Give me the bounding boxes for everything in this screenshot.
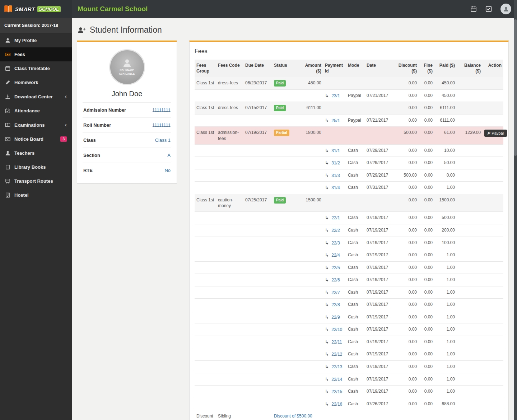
- cell-fees-group: [195, 224, 216, 237]
- cell-discount: 0.00: [393, 261, 419, 274]
- cell-due-date: 07/25/2017: [243, 194, 272, 212]
- paypal-pay-button[interactable]: PPaypal: [484, 130, 507, 137]
- payment-id-link[interactable]: 22/4: [331, 253, 340, 258]
- cell-status: [272, 323, 297, 336]
- cell-paid: 1.00: [434, 286, 457, 299]
- no-image-label: NO IMAGE AVAILABLE: [117, 69, 138, 76]
- cell-date: 07/26/2017: [365, 398, 393, 410]
- cell-fees-code: admission-fees: [216, 127, 243, 144]
- payment-id-link[interactable]: 31/4: [331, 185, 340, 190]
- payment-id-link[interactable]: 22/15: [331, 389, 342, 394]
- payment-id-link[interactable]: 22/16: [331, 402, 342, 407]
- cell-fine: 0.00: [419, 299, 434, 311]
- cell-due-date: 06/23/2017: [243, 77, 272, 90]
- app-logo[interactable]: SMART SCHOOL: [0, 0, 72, 18]
- payment-id-link[interactable]: 22/9: [331, 315, 340, 320]
- sidebar-item-hostel[interactable]: Hostel: [0, 188, 72, 202]
- tasks-icon[interactable]: [485, 6, 492, 12]
- cell-status: [272, 398, 297, 410]
- cell-mode: Cash: [346, 169, 365, 182]
- main-content: Student Information NO IMAGE AVAILABLE J…: [72, 18, 514, 420]
- cell-fees-group: Class 1st: [195, 194, 216, 212]
- payment-id-link[interactable]: 22/13: [331, 364, 342, 369]
- cell-fees-code: dress-fees: [216, 77, 243, 90]
- sub-payment-arrow-icon: ↳: [325, 389, 329, 394]
- cell-payment-id: ↳ 31/4: [323, 182, 346, 194]
- cell-due-date: [243, 348, 272, 361]
- cell-mode: Cash: [346, 144, 365, 157]
- sidebar-item-label: Notice Board: [14, 136, 43, 142]
- homework-icon: [5, 80, 10, 85]
- sidebar-item-my-profile[interactable]: My Profile: [0, 33, 72, 47]
- cell-date: 07/19/2017: [365, 274, 393, 286]
- sidebar-item-class-timetable[interactable]: Class Timetable: [0, 61, 72, 75]
- user-avatar[interactable]: [500, 4, 511, 14]
- payment-id-link[interactable]: 22/2: [331, 228, 340, 233]
- sidebar-item-download-center[interactable]: Download Center‹: [0, 89, 72, 104]
- cell-fine: 0.00: [419, 224, 434, 237]
- payment-id-link[interactable]: 31/2: [331, 160, 340, 165]
- page-scrollbar[interactable]: [514, 0, 517, 420]
- sidebar-item-notice-board[interactable]: Notice Board3: [0, 132, 72, 146]
- payment-id-link[interactable]: 22/12: [331, 352, 342, 357]
- payment-id-link[interactable]: 22/11: [331, 340, 342, 345]
- student-field-section: SectionA: [83, 148, 171, 163]
- payment-id-link[interactable]: 22/1: [331, 215, 340, 220]
- sidebar-item-library-books[interactable]: Library Books: [0, 160, 72, 174]
- cell-discount: 0.00: [393, 336, 419, 348]
- cell-paid: 1500.00: [434, 194, 457, 212]
- sub-payment-arrow-icon: ↳: [325, 240, 329, 246]
- cell-due-date: [243, 157, 272, 169]
- cell-balance: [457, 261, 483, 274]
- cell-payment-id: ↳ 22/8: [323, 299, 346, 311]
- content-row: NO IMAGE AVAILABLE John Doe Admission Nu…: [72, 41, 514, 420]
- cell-status: [272, 114, 297, 127]
- scrollbar-thumb[interactable]: [514, 19, 517, 156]
- payment-id-link[interactable]: 22/10: [331, 327, 342, 332]
- cell-amount: [297, 311, 323, 323]
- sidebar-item-fees[interactable]: Fees: [0, 47, 72, 61]
- payment-id-link[interactable]: 22/7: [331, 290, 340, 295]
- cell-paid: 100.00: [434, 237, 457, 249]
- cell-fees-group: [195, 261, 216, 274]
- payment-id-link[interactable]: 22/5: [331, 265, 340, 270]
- cell-paid: 500.00: [434, 212, 457, 224]
- payment-id-link[interactable]: 22/6: [331, 277, 340, 283]
- cell-discount: 0.00: [393, 89, 419, 102]
- cell-balance: [457, 348, 483, 361]
- sidebar-item-label: Class Timetable: [14, 66, 50, 71]
- cell-amount: [297, 89, 323, 102]
- cell-due-date: [243, 311, 272, 323]
- cell-date: 07/19/2017: [365, 386, 393, 398]
- payment-id-link[interactable]: 23/1: [331, 93, 340, 98]
- field-label: Roll Number: [83, 122, 111, 128]
- payment-id-link[interactable]: 22/14: [331, 377, 342, 382]
- fees-table-body: Class 1stdress-fees06/23/2017Paid450.000…: [195, 77, 503, 420]
- sidebar-item-attendance[interactable]: Attendance: [0, 104, 72, 118]
- student-name: John Doe: [83, 85, 171, 103]
- fees-table-head-row: Fees GroupFees CodeDue DateStatusAmount …: [195, 60, 503, 77]
- sidebar-item-examinations[interactable]: Examinations‹: [0, 118, 72, 132]
- cell-payment-id: ↳ 22/13: [323, 360, 346, 373]
- cell-action: [483, 89, 503, 102]
- payment-id-link[interactable]: 31/1: [331, 148, 340, 153]
- sidebar-item-teachers[interactable]: Teachers: [0, 146, 72, 160]
- sidebar-item-transport-routes[interactable]: Transport Routes: [0, 174, 72, 188]
- payment-id-link[interactable]: 31/3: [331, 173, 340, 178]
- cell-action: [483, 360, 503, 373]
- calendar-icon[interactable]: [470, 6, 477, 12]
- cell-status: [272, 89, 297, 102]
- cell-due-date: [243, 373, 272, 386]
- payment-id-link[interactable]: 25/1: [331, 118, 340, 123]
- sidebar-item-homework[interactable]: Homework: [0, 75, 72, 89]
- cell-action: [483, 249, 503, 262]
- cell-status: [272, 249, 297, 262]
- cell-amount: [297, 157, 323, 169]
- cell-fees-group: [195, 299, 216, 311]
- cell-mode: Cash: [346, 373, 365, 386]
- cell-fine: 0.00: [419, 102, 434, 115]
- payment-id-link[interactable]: 22/8: [331, 302, 340, 307]
- payment-id-link[interactable]: 22/3: [331, 241, 340, 246]
- cell-fine: 0.00: [419, 237, 434, 249]
- notice-icon: [5, 136, 10, 142]
